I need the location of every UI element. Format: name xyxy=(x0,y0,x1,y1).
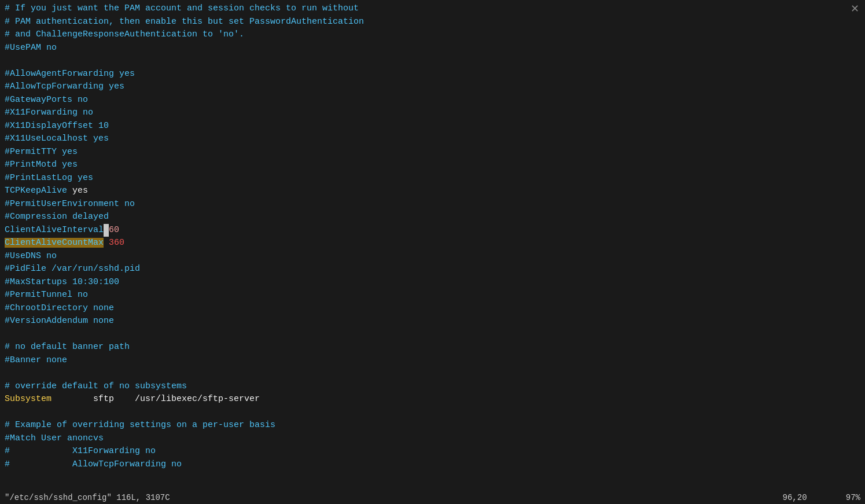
clientaliveinterval-directive: ClientAliveInterval xyxy=(5,225,104,235)
clientaliveinterval-value: 60 xyxy=(109,225,119,235)
code-line: # X11Forwarding no xyxy=(5,445,860,458)
comment-text: # If you just want the PAM account and s… xyxy=(5,3,359,13)
comment-text: #PrintMotd yes xyxy=(5,160,78,170)
status-right: 96,20 97% xyxy=(783,492,860,504)
code-line: #VersionAddendum none xyxy=(5,315,860,328)
code-area: # If you just want the PAM account and s… xyxy=(5,2,860,471)
code-line: #UsePAM no xyxy=(5,42,860,55)
code-line: # Example of overriding settings on a pe… xyxy=(5,419,860,432)
comment-text: #PrintLastLog yes xyxy=(5,173,93,183)
code-line xyxy=(5,328,860,341)
code-line xyxy=(5,367,860,380)
clientalivecountmax-directive: ClientAliveCountMax xyxy=(5,238,104,248)
code-line: #PermitTTY yes xyxy=(5,146,860,159)
directive-value: yes xyxy=(67,186,88,196)
code-line: # no default banner path xyxy=(5,341,860,354)
clientalivecountmax-line: ClientAliveCountMax 360 xyxy=(5,237,860,250)
comment-text: #PermitTunnel no xyxy=(5,290,88,300)
comment-text: #X11DisplayOffset 10 xyxy=(5,121,109,131)
code-line: #MaxStartups 10:30:100 xyxy=(5,276,860,289)
comment-text: #AllowTcpForwarding yes xyxy=(5,82,124,91)
comment-text: #UsePAM no xyxy=(5,43,57,53)
cursor xyxy=(104,224,109,237)
comment-text: #PermitUserEnvironment no xyxy=(5,199,135,209)
directive-text: TCPKeepAlive xyxy=(5,186,67,196)
code-line: #PermitTunnel no xyxy=(5,289,860,302)
comment-text: # and ChallengeResponseAuthentication to… xyxy=(5,30,244,39)
code-line: #PrintLastLog yes xyxy=(5,172,860,185)
comment-text: #UseDNS no xyxy=(5,251,57,261)
code-line: TCPKeepAlive yes xyxy=(5,185,860,198)
code-line xyxy=(5,54,860,68)
code-line xyxy=(5,406,860,420)
comment-text: # AllowTcpForwarding no xyxy=(5,459,182,469)
subsystem-value: sftp /usr/libexec/sftp-server xyxy=(51,394,260,404)
comment-text: # X11Forwarding no xyxy=(5,446,156,456)
code-line: # PAM authentication, then enable this b… xyxy=(5,16,860,29)
comment-text: #PidFile /var/run/sshd.pid xyxy=(5,264,140,274)
code-line: #X11DisplayOffset 10 xyxy=(5,120,860,133)
comment-text: #ChrootDirectory none xyxy=(5,303,114,313)
status-position: 96,20 xyxy=(783,493,807,502)
code-line: #AllowAgentForwarding yes xyxy=(5,68,860,81)
code-line: # If you just want the PAM account and s… xyxy=(5,2,860,16)
code-line: #UseDNS no xyxy=(5,250,860,263)
comment-text: #Banner none xyxy=(5,355,67,365)
code-line: # override default of no subsystems xyxy=(5,380,860,393)
space xyxy=(104,238,109,248)
comment-text: # Example of overriding settings on a pe… xyxy=(5,420,275,430)
comment-text: #Match User anoncvs xyxy=(5,433,104,443)
code-line: #X11Forwarding no xyxy=(5,106,860,120)
code-line: #PrintMotd yes xyxy=(5,159,860,172)
status-bar: "/etc/ssh/sshd_config" 116L, 3107C 96,20… xyxy=(0,491,865,504)
comment-text: #PermitTTY yes xyxy=(5,147,78,157)
status-percent: 97% xyxy=(846,493,860,502)
comment-text: # override default of no subsystems xyxy=(5,381,187,391)
comment-text: # PAM authentication, then enable this b… xyxy=(5,17,364,27)
code-line: #AllowTcpForwarding yes xyxy=(5,80,860,94)
clientalivecountmax-value: 360 xyxy=(109,238,124,248)
comment-text: # no default banner path xyxy=(5,342,130,352)
code-line: #PidFile /var/run/sshd.pid xyxy=(5,263,860,276)
comment-text: #X11Forwarding no xyxy=(5,108,93,117)
code-line: #Banner none xyxy=(5,354,860,367)
code-line: #ChrootDirectory none xyxy=(5,302,860,315)
comment-text: #AllowAgentForwarding yes xyxy=(5,69,135,79)
code-line: # AllowTcpForwarding no xyxy=(5,458,860,472)
code-line: #GatewayPorts no xyxy=(5,94,860,107)
close-button[interactable]: ✕ xyxy=(851,3,859,14)
code-line: #Match User anoncvs xyxy=(5,432,860,446)
clientaliveinterval-line: ClientAliveInterval 60 xyxy=(5,224,860,237)
code-line: # and ChallengeResponseAuthentication to… xyxy=(5,28,860,42)
status-filename: "/etc/ssh/sshd_config" 116L, 3107C xyxy=(5,492,170,504)
comment-text: #VersionAddendum none xyxy=(5,316,114,326)
code-line: #Compression delayed xyxy=(5,211,860,224)
comment-text: #GatewayPorts no xyxy=(5,95,88,105)
subsystem-line: Subsystem sftp /usr/libexec/sftp-server xyxy=(5,393,860,406)
subsystem-keyword: Subsystem xyxy=(5,394,51,404)
code-line: #X11UseLocalhost yes xyxy=(5,133,860,146)
code-line: #PermitUserEnvironment no xyxy=(5,198,860,211)
comment-text: #MaxStartups 10:30:100 xyxy=(5,277,119,287)
comment-text: #X11UseLocalhost yes xyxy=(5,134,109,144)
comment-text: #Compression delayed xyxy=(5,212,109,222)
editor-container: ✕ # If you just want the PAM account and… xyxy=(0,0,865,504)
